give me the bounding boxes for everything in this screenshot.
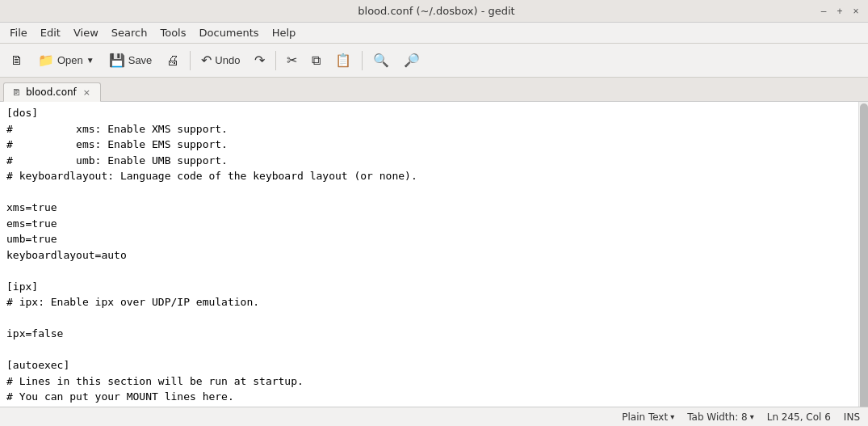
replace-button[interactable]: 🔎 [398,48,426,74]
copy-button[interactable]: ⧉ [306,48,326,74]
copy-icon: ⧉ [312,54,321,67]
replace-icon: 🔎 [404,54,420,67]
redo-button[interactable]: ↷ [249,48,270,74]
scrollbar[interactable] [858,102,868,407]
editor-container: [dos] # xms: Enable XMS support. # ems: … [0,102,868,407]
menu-item-edit[interactable]: Edit [34,25,67,40]
undo-button[interactable]: ↶ Undo [195,48,245,74]
tab-bar: 🖹 blood.conf × [0,78,868,102]
new-button[interactable]: 🗎 [5,48,29,74]
find-button[interactable]: 🔍 [367,48,395,74]
cut-button[interactable]: ✂ [281,48,303,74]
menubar: FileEditViewSearchToolsDocumentsHelp [0,23,868,44]
editor[interactable]: [dos] # xms: Enable XMS support. # ems: … [0,102,858,407]
cut-icon: ✂ [287,54,297,67]
undo-label: Undo [215,54,240,66]
save-icon: 💾 [109,54,125,67]
toolbar-sep-1 [190,51,191,70]
menu-item-search[interactable]: Search [105,25,154,40]
cursor-position: Ln 245, Col 6 [767,411,831,423]
tab-width-selector[interactable]: Tab Width: 8 ▾ [687,411,754,423]
open-arrow-icon: ▼ [86,56,94,65]
open-button[interactable]: 📁 Open ▼ [32,48,100,74]
file-tab[interactable]: 🖹 blood.conf × [3,82,101,102]
plain-text-label: Plain Text [622,411,668,423]
redo-icon: ↷ [254,54,265,67]
tab-width-arrow: ▾ [750,412,754,421]
window-controls: – + × [818,6,862,17]
toolbar-sep-2 [275,51,276,70]
file-icon: 🖹 [12,87,21,98]
toolbar-sep-3 [362,51,363,70]
close-button[interactable]: × [850,6,862,17]
tab-width-label: Tab Width: 8 [687,411,747,423]
maximize-button[interactable]: + [834,6,845,17]
ins-mode: INS [844,411,860,423]
menu-item-tools[interactable]: Tools [153,25,192,40]
menu-item-view[interactable]: View [67,25,105,40]
menu-item-documents[interactable]: Documents [193,25,266,40]
menu-item-file[interactable]: File [3,25,34,40]
tab-close-button[interactable]: × [82,87,92,98]
scrollbar-thumb[interactable] [860,103,868,407]
minimize-button[interactable]: – [818,6,829,17]
ins-label: INS [844,411,860,423]
search-icon: 🔍 [373,54,389,67]
position-label: Ln 245, Col 6 [767,411,831,423]
open-label: Open [57,54,83,66]
toolbar: 🗎 📁 Open ▼ 💾 Save 🖨 ↶ Undo ↷ ✂ ⧉ 📋 🔍 [0,44,868,78]
print-icon: 🖨 [166,54,179,67]
titlebar: blood.conf (~/.dosbox) - gedit – + × [0,0,868,23]
paste-button[interactable]: 📋 [329,48,357,74]
save-label: Save [128,54,153,66]
paste-icon: 📋 [335,54,351,67]
new-icon: 🗎 [10,54,23,67]
save-button[interactable]: 💾 Save [103,48,158,74]
plain-text-arrow: ▾ [670,412,674,421]
window-title: blood.conf (~/.dosbox) - gedit [55,5,818,17]
menu-item-help[interactable]: Help [266,25,303,40]
print-button[interactable]: 🖨 [161,48,185,74]
open-icon: 📁 [38,54,54,67]
statusbar: Plain Text ▾ Tab Width: 8 ▾ Ln 245, Col … [0,407,868,426]
undo-icon: ↶ [201,54,212,67]
plain-text-selector[interactable]: Plain Text ▾ [622,411,674,423]
tab-filename: blood.conf [26,86,77,98]
